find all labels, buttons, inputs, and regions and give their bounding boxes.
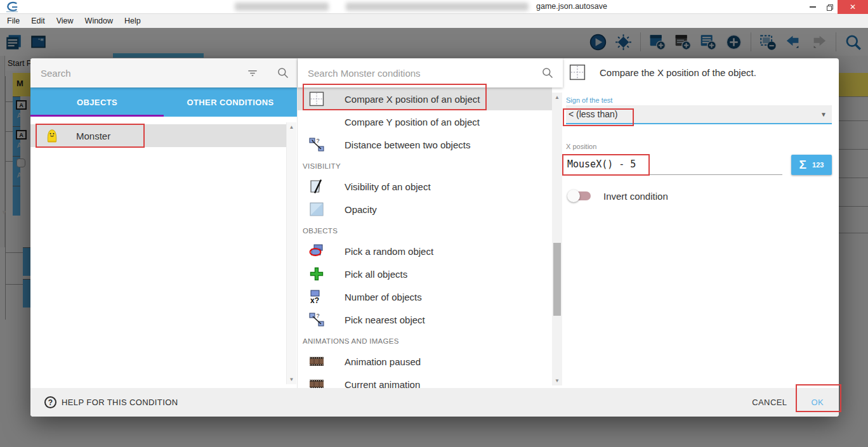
x-position-value: MouseX() - 5 [567,159,636,170]
condition-item[interactable]: Current animation [298,373,552,388]
cancel-button[interactable]: CANCEL [752,398,787,407]
window-title: game.json.autosave [536,2,607,11]
objects-scrollbar[interactable]: ▲ ▼ [286,122,296,384]
tab-objects[interactable]: OBJECTS [30,87,164,117]
condition-section-visibility: VISIBILITY [298,156,552,175]
help-icon: ? [44,396,56,408]
window-controls: ✕ [805,0,868,14]
x-position-label: X position [566,143,596,150]
objects-list: Monster [30,117,286,388]
menu-item-help[interactable]: Help [119,16,147,25]
scroll-down-icon[interactable]: ▼ [287,377,296,382]
condition-item-label: Animation paused [345,356,421,367]
objects-tabs: OBJECTS OTHER CONDITIONS [30,87,297,117]
expression-builder-button[interactable]: Σ 123 [791,155,832,175]
help-button-label: HELP FOR THIS CONDITION [62,398,178,407]
condition-item[interactable]: Animation paused [298,350,552,373]
condition-item[interactable]: Opacity [298,198,552,221]
condition-item-label: Compare X position of an object [345,94,480,105]
animation-icon [309,354,324,369]
condition-title: Compare the X position of the object. [600,67,756,78]
tab-other-conditions-label: OTHER CONDITIONS [187,98,273,107]
pick-random-icon [309,243,324,259]
condition-item[interactable]: Compare Y position of an object [298,110,552,133]
compare-x-icon [569,64,586,81]
conditions-search-placeholder: Search Monster conditions [308,68,541,79]
toggle-knob [567,190,580,202]
condition-item-label: Visibility of an object [345,181,431,192]
condition-item-label: Distance between two objects [345,139,470,150]
blurred-title-text [346,3,529,11]
menu-item-window[interactable]: Window [79,16,119,25]
condition-item[interactable]: x?Number of objects [298,285,552,308]
condition-item-label: Opacity [345,204,377,215]
condition-item-label: Pick a random object [345,246,433,257]
objects-panel: Search OBJECTS OTHER CONDITIONS Monster … [30,58,297,388]
sign-of-test-label: Sign of the test [566,96,612,104]
maximize-button[interactable] [821,0,838,14]
tab-other-conditions[interactable]: OTHER CONDITIONS [164,87,297,117]
sign-of-test-select[interactable]: < (less than) ▼ [566,105,832,124]
condition-section-animations-and-images: ANIMATIONS AND IMAGES [298,331,552,350]
x-position-input[interactable]: MouseX() - 5 [566,153,782,175]
monster-icon [44,128,60,143]
tab-objects-label: OBJECTS [77,98,117,107]
conditions-search-input[interactable]: Search Monster conditions [298,58,563,87]
search-icon [277,67,289,79]
visibility-icon [309,179,324,194]
svg-text:x?: x? [310,296,319,304]
menubar: FileEditViewWindowHelp [0,14,868,28]
expression-button-label: 123 [812,161,824,169]
compare-y-icon [309,114,324,129]
ok-button[interactable]: OK [811,398,824,407]
condition-item[interactable]: Compare X position of an object [298,87,552,110]
condition-item-label: Pick nearest object [345,314,425,325]
dialog-footer: ? HELP FOR THIS CONDITION CANCEL OK [30,388,839,417]
pick-all-icon [309,266,324,282]
object-item-label: Monster [76,131,110,141]
condition-item[interactable]: ?Distance between two objects [298,133,552,156]
condition-item-label: Pick all objects [345,269,407,280]
condition-item-label: Compare Y position of an object [345,117,480,127]
condition-item-label: Current animation [345,379,420,389]
help-button[interactable]: ? HELP FOR THIS CONDITION [44,396,752,408]
condition-header: Compare the X position of the object. [569,64,756,81]
invert-condition-label: Invert condition [603,191,668,202]
condition-detail-panel: Compare the X position of the object. Si… [562,58,839,388]
invert-condition-toggle[interactable] [569,191,591,200]
opacity-icon [309,202,324,217]
close-button[interactable]: ✕ [838,0,868,14]
search-icon [541,67,554,79]
svg-text:?: ? [317,138,320,144]
condition-item[interactable]: Pick a random object [298,240,552,262]
gdevelop-logo-icon [5,1,19,13]
invert-condition-row: Invert condition [569,188,668,204]
sigma-icon: Σ [799,158,806,172]
conditions-scrollbar[interactable]: ▲ ▼ [552,93,562,385]
objects-search-input[interactable]: Search [30,58,297,87]
menu-item-edit[interactable]: Edit [25,16,51,25]
sign-of-test-value: < (less than) [569,109,820,119]
conditions-panel: Search Monster conditions Compare X posi… [297,58,562,388]
titlebar: game.json.autosave ✕ [0,0,868,14]
condition-item[interactable]: Pick all objects [298,262,552,285]
filter-icon[interactable] [246,67,259,79]
scrollbar-thumb[interactable] [553,243,561,316]
condition-editor-dialog: Search OBJECTS OTHER CONDITIONS Monster … [30,58,839,417]
svg-text:?: ? [317,313,320,319]
number-objects-icon: x? [309,289,324,304]
condition-item-label: Number of objects [345,292,422,302]
scroll-up-icon[interactable]: ▲ [287,124,296,130]
object-item-monster[interactable]: Monster [30,124,286,147]
menu-item-view[interactable]: View [51,16,79,25]
distance-icon: ? [309,137,324,152]
dropdown-caret-icon: ▼ [820,111,827,118]
condition-item[interactable]: ?Pick nearest object [298,308,552,331]
minimize-button[interactable] [805,0,821,14]
objects-search-placeholder: Search [41,68,246,79]
condition-item[interactable]: Visibility of an object [298,175,552,198]
scroll-down-icon[interactable]: ▼ [552,378,562,384]
scroll-up-icon[interactable]: ▲ [552,94,562,100]
menu-item-file[interactable]: File [1,16,25,25]
pick-nearest-icon: ? [309,312,324,327]
